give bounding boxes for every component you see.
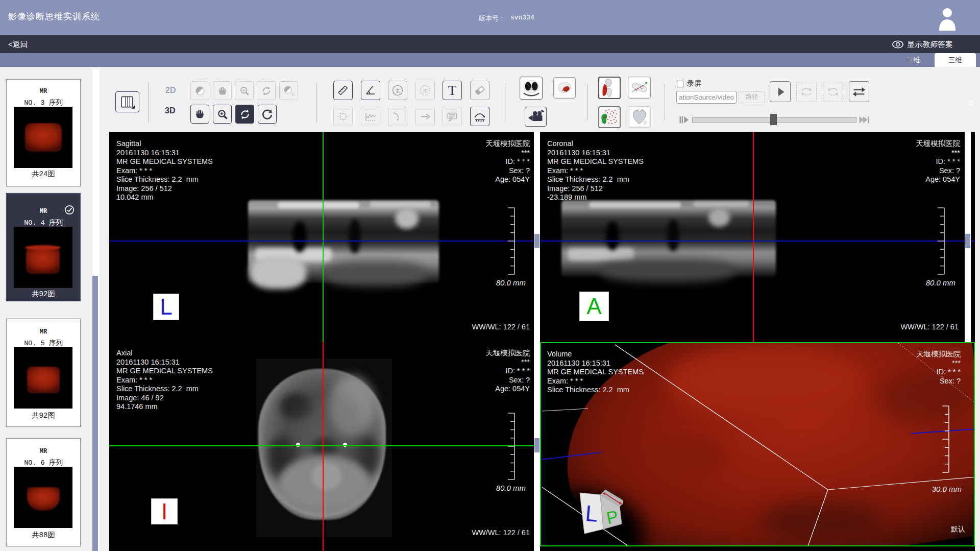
pane-stars: *** (485, 358, 530, 367)
sidebar-scrollbar-thumb[interactable] (92, 276, 98, 551)
path-button[interactable]: 路径 (739, 91, 765, 103)
scale-label: 80.0 mm (496, 278, 526, 287)
heart-preset-button[interactable]: D (628, 106, 651, 128)
rotate-2d-button[interactable] (257, 81, 276, 100)
user-icon[interactable] (938, 7, 957, 31)
pane-age: Age: 054Y (485, 385, 530, 394)
pane-device: MR GE MEDICAL SYSTEMS (547, 157, 644, 166)
svg-text:主: 主 (396, 88, 400, 93)
leg-preset-button[interactable] (628, 77, 651, 99)
play-button[interactable] (770, 81, 791, 102)
step-play-icon[interactable] (679, 114, 692, 126)
roi-box-button[interactable] (333, 107, 353, 126)
scale-ruler (925, 207, 947, 275)
crosshair-blue-horizontal[interactable] (109, 241, 534, 242)
crosshair-green-vertical[interactable] (323, 132, 324, 342)
angle-tool-button[interactable] (361, 81, 380, 100)
comment-icon (446, 110, 459, 123)
series-card-3[interactable]: MR NO. 3 序列 共24图 (6, 79, 81, 186)
orientation-cube[interactable]: L P (572, 487, 623, 541)
series-count: 共24图 (7, 170, 80, 179)
pane-device: MR GE MEDICAL SYSTEMS (116, 157, 213, 166)
app-title: 影像诊断思维实训系统 (8, 11, 100, 22)
wl-reset-2d-button[interactable]: C (279, 81, 298, 100)
viewport-axial[interactable]: Axial 20161130 16:15:31 MR GE MEDICAL SY… (109, 342, 534, 551)
coronal-info-left: Coronal 20161130 16:15:31 MR GE MEDICAL … (547, 139, 644, 202)
series-count: 共88图 (7, 531, 80, 540)
fast-forward-icon[interactable] (858, 114, 872, 126)
wl-2d-button[interactable] (190, 81, 209, 100)
loop-backward-button[interactable] (823, 82, 843, 102)
series-count: 共92图 (7, 290, 80, 299)
annotation-button[interactable] (443, 107, 462, 126)
arrow-icon (419, 110, 432, 123)
curve-measure-button[interactable] (470, 107, 489, 126)
coronal-slice-scrollbar-thumb[interactable] (965, 234, 970, 248)
scatter-preset-button[interactable] (598, 106, 621, 128)
crosshair-green-horizontal[interactable] (109, 445, 534, 446)
secondary-roi-button[interactable]: 次 (415, 81, 435, 100)
series-name: NO. 4 序列 (7, 219, 80, 227)
histogram-icon (364, 110, 378, 124)
collapse-toolbar-icon[interactable] (966, 99, 975, 108)
series-card-5[interactable]: MR NO. 5 序列 共92图 (6, 319, 81, 427)
toolbar-divider-1 (149, 83, 149, 123)
pane-age: Age: 054Y (485, 175, 530, 184)
pane-exam: Exam: * * * (116, 166, 213, 176)
main-roi-button[interactable]: 主 (388, 81, 407, 100)
pane-thickness: Slice Thickness: 2.2 mm (116, 385, 213, 394)
layout-button[interactable] (115, 91, 139, 112)
tab-2d[interactable]: 二维 (906, 56, 920, 65)
back-button[interactable]: <返回 (8, 40, 28, 50)
loop-forward-button[interactable] (796, 82, 817, 102)
video-path-input[interactable] (676, 91, 737, 104)
text-tool-button[interactable]: T (443, 81, 462, 100)
pane-sex: Sex: ? (916, 166, 960, 176)
zoom-3d-button[interactable] (213, 105, 232, 124)
zoom-2d-button[interactable] (235, 81, 254, 100)
eye-icon (892, 40, 904, 49)
loop-icon (799, 84, 814, 100)
scale-label: 80.0 mm (496, 484, 526, 492)
pan-3d-button[interactable] (190, 105, 209, 124)
swap-direction-button[interactable] (849, 81, 869, 102)
histogram-button[interactable] (361, 107, 380, 126)
svg-text:C: C (291, 92, 295, 97)
pane-image-index: Image: 256 / 512 (116, 184, 213, 194)
record-checkbox[interactable] (677, 81, 683, 87)
knee-preset-button[interactable] (598, 77, 621, 99)
curve-tool-button[interactable] (388, 107, 407, 126)
axial-slice-scrollbar-thumb[interactable] (534, 438, 540, 452)
lung-ct-icon (521, 78, 542, 99)
pane-datetime: 20161130 16:15:31 (547, 149, 644, 158)
series-card-4-selected[interactable]: MR NO. 4 序列 共92图 (6, 193, 81, 301)
ruler-icon (336, 84, 350, 97)
pane-exam: Exam: * * * (547, 377, 644, 386)
viewport-coronal[interactable]: Coronal 20161130 16:15:31 MR GE MEDICAL … (540, 132, 975, 342)
series-card-6[interactable]: MR NO. 6 序列 共88图 (6, 438, 81, 546)
ruler-tool-button[interactable] (333, 81, 353, 100)
curve-icon (391, 110, 404, 123)
eraser-button[interactable] (470, 81, 489, 100)
crosshair-red-vertical[interactable] (323, 342, 324, 551)
volume-info-right: 天堰模拟医院 *** ID: * * * Sex: ? (916, 350, 961, 386)
crosshair-red-vertical[interactable] (753, 132, 754, 342)
viewport-sagittal[interactable]: Sagittal 20161130 16:15:31 MR GE MEDICAL… (109, 132, 534, 342)
crosshair-blue-horizontal[interactable] (540, 241, 975, 242)
tab-3d[interactable]: 三维 (935, 53, 976, 67)
viewport-volume[interactable]: Volume 20161130 16:15:31 MR GE MEDICAL S… (540, 342, 975, 546)
sagittal-slice-scrollbar-thumb[interactable] (534, 234, 540, 248)
show-teacher-answer-button[interactable]: 显示教师答案 (907, 40, 953, 50)
arrow-tool-button[interactable] (415, 107, 435, 126)
toolbar-divider-4 (587, 84, 587, 121)
reset-3d-button[interactable] (258, 105, 277, 124)
series-thumbnail (14, 467, 72, 528)
pan-2d-button[interactable] (213, 81, 232, 100)
pane-image-index: Image: 46 / 92 (116, 394, 213, 403)
frame-slider-thumb[interactable] (770, 114, 777, 125)
lung-preset-button[interactable] (520, 77, 543, 100)
export-video-button[interactable] (525, 107, 547, 127)
rotate-3d-button-active[interactable] (235, 105, 254, 124)
skull-preset-button[interactable] (553, 77, 576, 99)
pane-id: ID: * * * (916, 368, 961, 377)
